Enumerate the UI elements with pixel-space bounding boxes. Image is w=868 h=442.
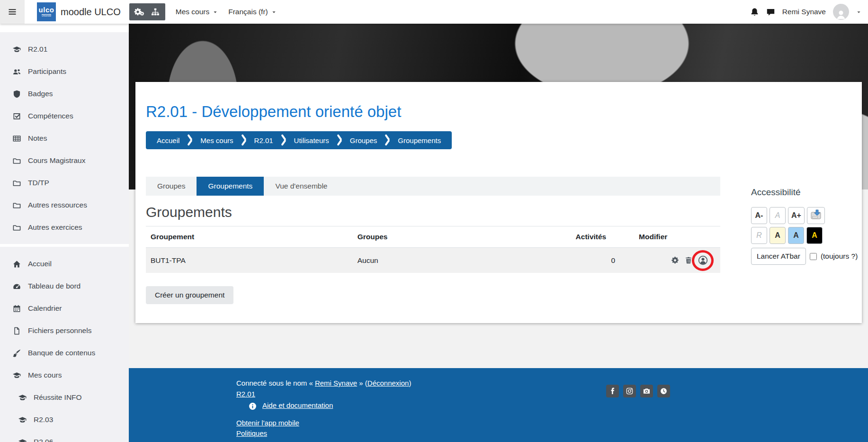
column-header-modifier: Modifier xyxy=(634,226,720,248)
shield-icon xyxy=(12,89,21,98)
folder-icon xyxy=(12,178,21,187)
sidebar-item-cours-magistraux[interactable]: Cours Magistraux xyxy=(0,149,129,171)
content-card: R2.01 - Développement orienté objet Accu… xyxy=(135,82,862,323)
tab-groupements[interactable]: Groupements xyxy=(197,177,264,196)
sidebar-item-r203[interactable]: R2.03 xyxy=(0,408,129,431)
tab-vue-densemble[interactable]: Vue d'ensemble xyxy=(264,177,339,196)
globe-icon xyxy=(660,388,667,395)
edit-grouping-button[interactable] xyxy=(671,256,679,264)
font-increase-button[interactable]: A+ xyxy=(788,207,805,224)
sidebar-item-mes-cours[interactable]: Mes cours xyxy=(0,364,129,386)
sidebar-item-tableau-de-bord[interactable]: Tableau de bord xyxy=(0,275,129,297)
breadcrumb-accueil[interactable]: Accueil xyxy=(151,136,186,144)
globe-button[interactable] xyxy=(657,385,670,397)
camera-icon xyxy=(643,388,650,395)
camera-button[interactable] xyxy=(640,385,653,397)
global-nav-block: Accueil Tableau de bord Calendrier Fichi… xyxy=(0,247,129,442)
font-decrease-button[interactable]: A- xyxy=(751,207,767,224)
breadcrumb-mes-cours[interactable]: Mes cours xyxy=(194,136,239,144)
logo-subtext: Université xyxy=(42,14,51,18)
facebook-button[interactable] xyxy=(606,385,619,397)
notifications-button[interactable] xyxy=(750,8,759,17)
sidebar-item-badges[interactable]: Badges xyxy=(0,82,129,105)
sidebar-item-label: Compétences xyxy=(28,112,73,120)
sidebar-item-banque-de-contenus[interactable]: Banque de contenus xyxy=(0,342,129,364)
policies-link[interactable]: Politiques xyxy=(236,429,267,437)
sidebar-item-calendrier[interactable]: Calendrier xyxy=(0,297,129,319)
sidebar-item-label: Mes cours xyxy=(28,371,62,379)
cell-activites: 0 xyxy=(571,248,634,273)
sidebar-item-autres-exercices[interactable]: Autres exercices xyxy=(0,216,129,238)
sidebar-item-r201[interactable]: R2.01 xyxy=(0,38,129,60)
graduation-cap-icon xyxy=(18,437,27,442)
instagram-button[interactable] xyxy=(623,385,636,397)
menu-language[interactable]: Français (fr) xyxy=(228,8,277,16)
sidebar-item-r206[interactable]: R2.06 xyxy=(0,431,129,442)
sidebar-item-label: Réussite INFO xyxy=(34,393,82,402)
breadcrumb-utilisateurs[interactable]: Utilisateurs xyxy=(288,136,335,144)
admin-sitemap-button[interactable] xyxy=(147,4,163,20)
sidebar-item-reussite-info[interactable]: Réussite INFO xyxy=(0,386,129,408)
sidebar-item-participants[interactable]: Participants xyxy=(0,60,129,82)
sitemap-icon xyxy=(151,8,160,16)
caret-down-icon xyxy=(856,9,861,16)
launch-atbar-button[interactable]: Lancer ATbar xyxy=(751,248,806,265)
chevron-right-icon xyxy=(279,134,288,146)
sidebar-item-autres-ressources[interactable]: Autres ressources xyxy=(0,194,129,216)
sidebar-item-label: TD/TP xyxy=(28,179,49,187)
color-scheme-yellow-button[interactable]: A xyxy=(770,227,786,244)
sidebar-item-notes[interactable]: Notes xyxy=(0,127,129,149)
folder-icon xyxy=(12,223,21,231)
chevron-right-icon xyxy=(186,134,194,146)
home-icon xyxy=(12,259,21,268)
sidebar-item-label: R2.01 xyxy=(28,45,47,54)
sidebar-item-competences[interactable]: Compétences xyxy=(0,105,129,127)
user-circle-icon xyxy=(698,255,708,265)
breadcrumb-groupes[interactable]: Groupes xyxy=(344,136,384,144)
create-grouping-button[interactable]: Créer un groupement xyxy=(146,286,233,304)
mobile-app-link[interactable]: Obtenir l'app mobile xyxy=(236,419,299,427)
sidebar-item-label: Banque de contenus xyxy=(28,349,95,357)
check-square-icon xyxy=(12,111,21,120)
sidebar-item-label: Accueil xyxy=(28,260,52,268)
font-reset-button[interactable]: A xyxy=(770,207,786,224)
sidebar-item-fichiers-personnels[interactable]: Fichiers personnels xyxy=(0,319,129,342)
site-brand: moodle ULCO xyxy=(61,7,121,18)
facebook-icon xyxy=(609,388,616,395)
footer-user-link[interactable]: Remi Synave xyxy=(315,379,357,387)
admin-gears-button[interactable] xyxy=(131,4,147,20)
tab-groupes[interactable]: Groupes xyxy=(146,177,197,196)
folder-icon xyxy=(12,156,21,164)
delete-grouping-button[interactable] xyxy=(685,256,692,264)
menu-mes-cours[interactable]: Mes cours xyxy=(176,8,218,16)
help-documentation-link[interactable]: Aide et documentation xyxy=(262,400,333,411)
sidebar-item-accueil[interactable]: Accueil xyxy=(0,253,129,275)
sidebar-item-label: Participants xyxy=(28,67,66,76)
logout-link[interactable]: Déconnexion xyxy=(367,379,409,387)
breadcrumb-r201[interactable]: R2.01 xyxy=(248,136,279,144)
messages-button[interactable] xyxy=(766,8,775,17)
avatar[interactable] xyxy=(833,4,849,20)
show-members-button[interactable] xyxy=(698,255,708,265)
breadcrumb-groupements[interactable]: Groupements xyxy=(392,136,447,144)
trash-icon xyxy=(685,256,692,264)
nav-drawer: R2.01 Participants Badges Compétences No… xyxy=(0,24,129,442)
user-menu-button[interactable] xyxy=(856,9,861,16)
chat-icon xyxy=(766,8,775,17)
top-navbar: ulco Université moodle ULCO Mes cours Fr… xyxy=(0,0,868,24)
sidebar-item-label: R2.06 xyxy=(34,438,53,442)
color-scheme-blue-button[interactable]: A xyxy=(788,227,804,244)
bell-icon xyxy=(750,8,759,17)
color-scheme-black-button[interactable]: A xyxy=(806,227,823,244)
graduation-cap-icon xyxy=(12,370,21,379)
sidebar-toggle-button[interactable] xyxy=(0,0,25,24)
atbar-always-checkbox[interactable] xyxy=(810,253,817,260)
sidebar-item-label: Badges xyxy=(28,90,53,98)
footer-course-link[interactable]: R2.01 xyxy=(236,390,255,398)
atbar-always-label: (toujours ?) xyxy=(821,252,858,261)
ulco-logo[interactable]: ulco Université xyxy=(37,2,56,21)
save-settings-button[interactable] xyxy=(807,207,825,224)
color-reset-button[interactable]: R xyxy=(751,227,767,244)
sidebar-item-td-tp[interactable]: TD/TP xyxy=(0,171,129,194)
menu-icon xyxy=(8,7,17,17)
